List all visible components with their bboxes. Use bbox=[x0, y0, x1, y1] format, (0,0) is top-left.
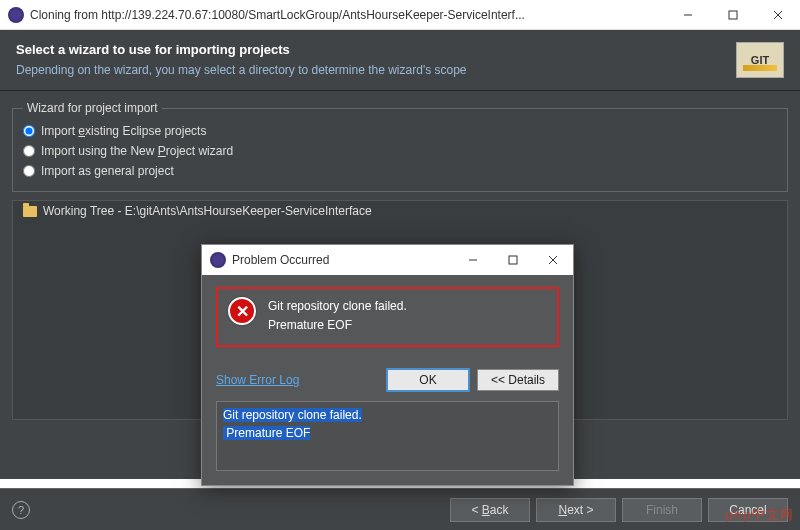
banner-subtext: Depending on the wizard, you may select … bbox=[16, 63, 467, 77]
window-title: Cloning from http://139.224.70.67:10080/… bbox=[30, 8, 665, 22]
banner-text: Select a wizard to use for importing pro… bbox=[16, 42, 467, 77]
radio-label: Import as general project bbox=[41, 164, 174, 178]
radio-existing-projects[interactable]: Import existing Eclipse projects bbox=[23, 121, 777, 141]
dialog-actions: Show Error Log OK << Details bbox=[202, 359, 573, 397]
dialog-close-button[interactable] bbox=[533, 245, 573, 275]
wizard-bottombar: ? < Back Next > Finish Cancel bbox=[0, 488, 800, 530]
radio-input[interactable] bbox=[23, 145, 35, 157]
radio-general-project[interactable]: Import as general project bbox=[23, 161, 777, 181]
problem-occurred-dialog: Problem Occurred ✕ Git repository clone … bbox=[201, 244, 574, 486]
wizard-banner: Select a wizard to use for importing pro… bbox=[0, 30, 800, 91]
error-line: Git repository clone failed. bbox=[268, 297, 407, 316]
radio-input[interactable] bbox=[23, 125, 35, 137]
svg-rect-5 bbox=[509, 256, 517, 264]
error-message-box: ✕ Git repository clone failed. Premature… bbox=[216, 287, 559, 347]
dialog-titlebar: Problem Occurred bbox=[202, 245, 573, 275]
tree-item-working-tree[interactable]: Working Tree - E:\gitAnts\AntsHourseKeep… bbox=[13, 201, 787, 221]
dialog-maximize-button[interactable] bbox=[493, 245, 533, 275]
window-titlebar: Cloning from http://139.224.70.67:10080/… bbox=[0, 0, 800, 30]
help-icon[interactable]: ? bbox=[12, 501, 30, 519]
error-line: Premature EOF bbox=[268, 316, 407, 335]
back-button[interactable]: < Back bbox=[450, 498, 530, 522]
ok-button[interactable]: OK bbox=[387, 369, 469, 391]
minimize-button[interactable] bbox=[665, 0, 710, 30]
close-button[interactable] bbox=[755, 0, 800, 30]
import-wizard-fieldset: Wizard for project import Import existin… bbox=[12, 101, 788, 192]
next-button[interactable]: Next > bbox=[536, 498, 616, 522]
show-error-log-link[interactable]: Show Error Log bbox=[216, 373, 299, 387]
watermark-text: php中文网 bbox=[725, 506, 794, 524]
radio-new-project-wizard[interactable]: Import using the New Project wizard bbox=[23, 141, 777, 161]
details-button[interactable]: << Details bbox=[477, 369, 559, 391]
dialog-body: ✕ Git repository clone failed. Premature… bbox=[202, 275, 573, 359]
dialog-minimize-button[interactable] bbox=[453, 245, 493, 275]
tree-item-label: Working Tree - E:\gitAnts\AntsHourseKeep… bbox=[43, 204, 372, 218]
git-logo-icon: GIT bbox=[736, 42, 784, 78]
finish-button[interactable]: Finish bbox=[622, 498, 702, 522]
details-text-area[interactable]: Git repository clone failed. Premature E… bbox=[216, 401, 559, 471]
folder-icon bbox=[23, 206, 37, 217]
eclipse-icon bbox=[210, 252, 226, 268]
radio-input[interactable] bbox=[23, 165, 35, 177]
maximize-button[interactable] bbox=[710, 0, 755, 30]
dialog-title: Problem Occurred bbox=[232, 253, 453, 267]
fieldset-legend: Wizard for project import bbox=[23, 101, 162, 115]
eclipse-icon bbox=[8, 7, 24, 23]
details-selected-text: Git repository clone failed. Premature E… bbox=[223, 408, 362, 440]
error-icon: ✕ bbox=[228, 297, 256, 325]
radio-label: Import existing Eclipse projects bbox=[41, 124, 206, 138]
radio-label: Import using the New Project wizard bbox=[41, 144, 233, 158]
svg-rect-1 bbox=[729, 11, 737, 19]
error-text: Git repository clone failed. Premature E… bbox=[268, 297, 407, 335]
window-controls bbox=[665, 0, 800, 30]
banner-heading: Select a wizard to use for importing pro… bbox=[16, 42, 467, 57]
